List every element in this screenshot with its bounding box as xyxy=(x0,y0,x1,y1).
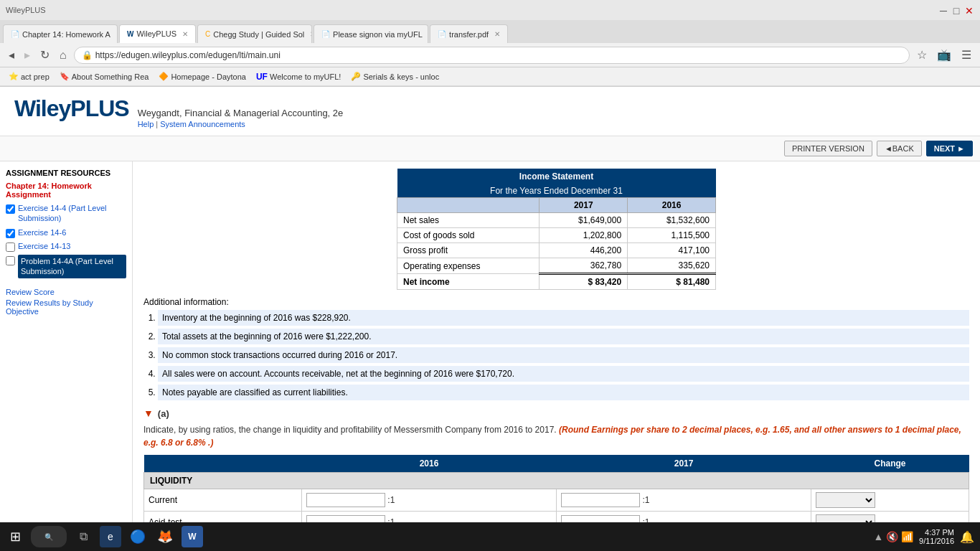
sidebar-item-prob14-4a: Problem 14-4A (Part Level Submission) xyxy=(6,255,126,281)
bookmark-serials[interactable]: 🔑 Serials & keys - unloc xyxy=(348,70,442,83)
page: WileyPLUS Weygandt, Financial & Manageri… xyxy=(0,87,980,551)
tab-close-icon[interactable]: ✕ xyxy=(116,30,118,38)
sidebar-item-ex14-13: Exercise 14-13 xyxy=(6,241,126,253)
back-nav-button[interactable]: ◂ xyxy=(6,47,17,63)
tab-ufl[interactable]: 📄 Please signon via myUFL ✕ xyxy=(314,24,428,43)
current-change-cell: Improved Deteriorated No Change xyxy=(811,489,969,512)
cast-icon[interactable]: 📺 xyxy=(934,47,954,63)
opexp-label: Operating expenses xyxy=(397,258,540,274)
home-button[interactable]: ⌂ xyxy=(57,47,70,63)
addinfo-item-4: All sales were on account. Accounts rece… xyxy=(158,366,969,382)
income-subtitle: For the Years Ended December 31 xyxy=(397,184,716,198)
sidebar-chapter-link[interactable]: Chapter 14: Homework Assignment xyxy=(6,182,126,199)
year1-header: 2017 xyxy=(540,198,628,213)
actprep-label: act prep xyxy=(21,72,50,81)
year2-header: 2016 xyxy=(628,198,716,213)
printer-version-button[interactable]: PRINTER VERSION xyxy=(784,141,872,156)
back-button[interactable]: ◄BACK xyxy=(877,141,922,156)
ex14-13-checkbox[interactable] xyxy=(6,242,15,252)
addinfo-list: Inventory at the beginning of 2016 was $… xyxy=(158,310,969,400)
liquidity-header-row: LIQUIDITY xyxy=(144,473,969,489)
income-row-netsales: Net sales $1,649,000 $1,532,600 xyxy=(397,213,716,228)
triangle-icon: ▼ xyxy=(143,408,154,419)
announcements-link[interactable]: System Announcements xyxy=(160,120,245,128)
tab-close-chegg-icon[interactable]: ✕ xyxy=(310,30,312,38)
taskbar-date-display: 9/11/2016 xyxy=(919,537,954,545)
section-a-header: ▼ (a) xyxy=(143,408,969,419)
income-row-cogs: Cost of goods sold 1,202,800 1,115,500 xyxy=(397,228,716,243)
bookmark-actprep[interactable]: ⭐ act prep xyxy=(6,70,52,83)
ratio-col-2016: 2016 xyxy=(302,455,557,473)
taskbar-word[interactable]: W xyxy=(182,526,203,547)
tab-chegg[interactable]: C Chegg Study | Guided Sol ✕ xyxy=(197,24,312,43)
taskbar: ⊞ 🔍 ⧉ e 🔵 🦊 W ▲ 🔇 📶 4:37 PM 9/11/2016 🔔 xyxy=(0,522,980,551)
taskbar-right: ▲ 🔇 📶 4:37 PM 9/11/2016 🔔 xyxy=(873,528,974,545)
tab-chapter14[interactable]: 📄 Chapter 14: Homework A ✕ xyxy=(3,24,118,43)
browser-chrome: WileyPLUS ─ □ ✕ 📄 Chapter 14: Homework A… xyxy=(0,0,980,87)
about-label: About Something Rea xyxy=(72,72,149,81)
omnibox[interactable]: 🔒 https://edugen.wileyplus.com/edugen/lt… xyxy=(74,47,910,64)
close-button[interactable]: ✕ xyxy=(964,5,974,15)
bookmark-star-icon[interactable]: ☆ xyxy=(914,47,930,63)
cogs-val1: 1,202,800 xyxy=(540,228,628,243)
current-2017-input[interactable] xyxy=(561,493,640,507)
current-change-select[interactable]: Improved Deteriorated No Change xyxy=(816,492,875,508)
tab-label-ufl: Please signon via myUFL xyxy=(333,30,423,39)
wiley-logo: WileyPLUS xyxy=(14,95,129,122)
bookmark-myufl[interactable]: UF Welcome to myUFL! xyxy=(253,70,344,83)
ex14-6-link[interactable]: Exercise 14-6 xyxy=(18,227,66,237)
book-info: Weygandt, Financial & Managerial Account… xyxy=(138,108,344,133)
netincome-val2: $ 81,480 xyxy=(628,274,716,290)
taskbar-chrome[interactable]: 🔵 xyxy=(127,526,149,547)
taskbar-ie[interactable]: e xyxy=(100,526,121,547)
additional-info: Additional information: Inventory at the… xyxy=(143,297,969,400)
next-button[interactable]: NEXT ► xyxy=(926,141,973,156)
sidebar-divider xyxy=(6,282,126,288)
taskbar-task-view[interactable]: ⧉ xyxy=(72,526,94,547)
url-display: https://edugen.wileyplus.com/edugen/lti/… xyxy=(95,50,281,60)
sidebar-resources-title: ASSIGNMENT RESOURCES xyxy=(6,169,126,177)
bookmark-about[interactable]: 🔖 About Something Rea xyxy=(57,70,152,83)
actprep-icon: ⭐ xyxy=(9,72,19,81)
netincome-label: Net income xyxy=(397,274,540,290)
help-link[interactable]: Help xyxy=(138,120,154,128)
wiley-logo-text: WileyPLUS xyxy=(14,95,129,121)
serials-label: Serials & keys - unloc xyxy=(363,72,439,81)
tab-label: Chapter 14: Homework A xyxy=(22,30,110,39)
taskbar-clock: 4:37 PM 9/11/2016 xyxy=(919,528,954,545)
opexp-val2: 335,620 xyxy=(628,258,716,274)
netsales-val1: $1,649,000 xyxy=(540,213,628,228)
bookmark-homepage[interactable]: 🔶 Homepage - Daytona xyxy=(156,70,249,83)
myufl-favicon: UF xyxy=(256,72,268,82)
tab-close-transfer-icon[interactable]: ✕ xyxy=(494,30,500,38)
taskbar-firefox[interactable]: 🦊 xyxy=(154,526,176,547)
menu-icon[interactable]: ☰ xyxy=(958,47,974,63)
addinfo-item-1: Inventory at the beginning of 2016 was $… xyxy=(158,310,969,326)
reload-button[interactable]: ↻ xyxy=(37,47,52,63)
start-button[interactable]: ⊞ xyxy=(6,526,25,547)
minimize-button[interactable]: ─ xyxy=(938,5,948,15)
ex14-4-link[interactable]: Exercise 14-4 (Part Level Submission) xyxy=(18,203,126,224)
prob14-4a-checkbox[interactable] xyxy=(6,256,15,265)
maximize-button[interactable]: □ xyxy=(951,5,961,15)
ex14-13-link[interactable]: Exercise 14-13 xyxy=(18,241,70,251)
taskbar-notifications-icon[interactable]: 🔔 xyxy=(960,530,974,544)
current-2017-cell: :1 xyxy=(557,489,811,512)
current-2016-input[interactable] xyxy=(306,493,385,507)
tab-close-wiley-icon[interactable]: ✕ xyxy=(182,30,188,38)
review-results-link[interactable]: Review Results by Study Objective xyxy=(6,298,126,316)
taskbar-system-icons: ▲ 🔇 📶 xyxy=(873,531,913,542)
tab-favicon-chegg: C xyxy=(205,30,210,38)
tab-transfer[interactable]: 📄 transfer.pdf ✕ xyxy=(430,24,508,43)
bookmark-bar: ⭐ act prep 🔖 About Something Rea 🔶 Homep… xyxy=(0,67,980,86)
review-score-link[interactable]: Review Score xyxy=(6,288,126,296)
addinfo-item-5: Notes payable are classified as current … xyxy=(158,385,969,400)
prob14-4a-link[interactable]: Problem 14-4A (Part Level Submission) xyxy=(18,255,126,278)
forward-nav-button[interactable]: ▸ xyxy=(22,47,33,63)
ex14-6-checkbox[interactable] xyxy=(6,229,15,238)
tab-wileyplus[interactable]: W WileyPLUS ✕ xyxy=(119,24,196,43)
ex14-4-checkbox[interactable] xyxy=(6,204,15,214)
tab-favicon-transfer: 📄 xyxy=(438,30,446,38)
serials-favicon: 🔑 xyxy=(351,72,361,81)
taskbar-cortana[interactable]: 🔍 xyxy=(31,526,67,547)
